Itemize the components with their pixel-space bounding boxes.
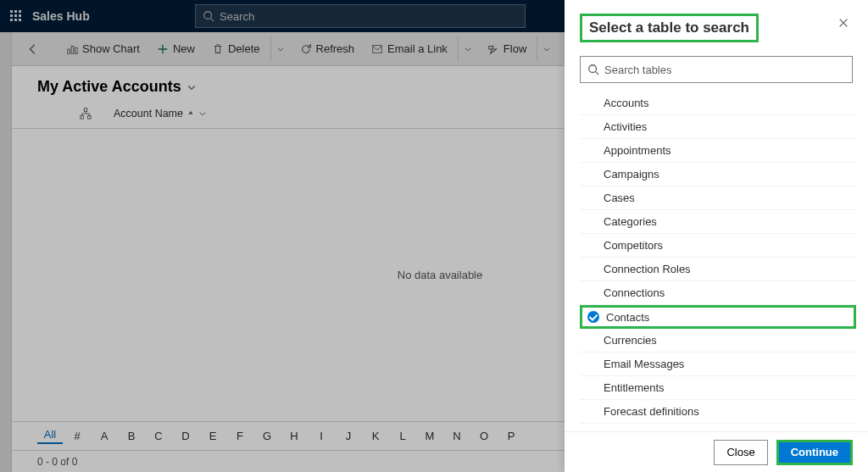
table-option-accounts[interactable]: Accounts — [580, 92, 856, 115]
table-option-label: Campaigns — [604, 168, 659, 180]
panel-footer: Close Continue — [565, 431, 868, 472]
chevron-down-icon — [198, 109, 207, 118]
alpha-E[interactable]: E — [200, 430, 225, 442]
table-option-label: Connection Roles — [604, 263, 691, 275]
table-option-label: Entitlements — [604, 381, 665, 394]
table-option-categories[interactable]: Categories — [580, 210, 856, 234]
show-chart-label: Show Chart — [82, 42, 140, 55]
table-option-appointments[interactable]: Appointments — [580, 139, 856, 163]
table-list[interactable]: AccountsActivitiesAppointmentsCampaignsC… — [580, 92, 861, 431]
alpha-M[interactable]: M — [417, 430, 442, 442]
chevron-down-icon — [464, 45, 472, 53]
chevron-down-icon — [542, 45, 551, 53]
chevron-down-icon — [186, 82, 197, 92]
delete-button[interactable]: Delete — [205, 36, 267, 63]
svg-point-0 — [204, 12, 212, 19]
alpha-H[interactable]: H — [281, 430, 307, 442]
email-link-button[interactable]: Email a Link — [364, 36, 454, 63]
svg-line-15 — [596, 72, 599, 75]
column-account-name[interactable]: Account Name — [114, 108, 614, 119]
app-title: Sales Hub — [32, 9, 90, 23]
table-option-label: Email Messages — [604, 358, 684, 370]
view-title-dropdown[interactable]: My Active Accounts — [37, 78, 197, 96]
view-title-text: My Active Accounts — [37, 78, 181, 96]
svg-rect-9 — [84, 108, 87, 112]
refresh-button[interactable]: Refresh — [293, 36, 362, 63]
table-option-connection-roles[interactable]: Connection Roles — [580, 258, 856, 281]
table-option-forecast-definitions[interactable]: Forecast definitions — [580, 400, 856, 424]
left-rail — [0, 32, 12, 472]
alpha-K[interactable]: K — [363, 430, 388, 442]
chart-icon — [66, 43, 78, 55]
alpha-L[interactable]: L — [390, 430, 415, 442]
table-option-competitors[interactable]: Competitors — [580, 234, 856, 258]
lookup-panel: Select a table to search Search tables A… — [565, 0, 868, 472]
alpha-F[interactable]: F — [227, 430, 253, 442]
search-icon — [587, 64, 599, 75]
table-option-label: Appointments — [604, 144, 671, 157]
flow-button[interactable]: Flow — [481, 36, 533, 63]
table-search-input[interactable]: Search tables — [580, 56, 853, 83]
alpha-I[interactable]: I — [309, 430, 334, 442]
flow-icon — [487, 43, 499, 55]
table-option-activities[interactable]: Activities — [580, 115, 856, 139]
global-search-input[interactable]: Search — [195, 4, 526, 28]
empty-state-text: No data available — [398, 269, 482, 281]
table-option-contacts[interactable]: Contacts — [580, 305, 856, 329]
svg-rect-3 — [71, 46, 74, 53]
alpha-O[interactable]: O — [471, 430, 497, 442]
table-option-label: Activities — [604, 120, 647, 133]
delete-split-chevron[interactable] — [270, 37, 290, 61]
new-button[interactable]: New — [150, 36, 202, 63]
alpha-D[interactable]: D — [173, 430, 198, 442]
table-option-currencies[interactable]: Currencies — [580, 329, 856, 353]
alpha-#[interactable]: # — [64, 430, 90, 442]
svg-line-1 — [211, 19, 214, 22]
alpha-C[interactable]: C — [146, 430, 171, 442]
table-option--[interactable]: - — [580, 424, 856, 431]
refresh-label: Refresh — [316, 42, 355, 55]
close-button[interactable]: Close — [714, 440, 767, 465]
svg-point-14 — [589, 65, 597, 73]
delete-label: Delete — [228, 42, 260, 55]
alpha-all[interactable]: All — [37, 428, 63, 444]
svg-rect-5 — [373, 45, 382, 53]
email-link-split-chevron[interactable] — [458, 37, 477, 61]
show-chart-button[interactable]: Show Chart — [59, 36, 147, 63]
alpha-N[interactable]: N — [444, 430, 470, 442]
table-option-label: Accounts — [604, 97, 648, 109]
alpha-G[interactable]: G — [254, 430, 280, 442]
close-panel-button[interactable] — [834, 14, 853, 36]
back-button[interactable] — [20, 36, 46, 63]
svg-rect-4 — [75, 47, 78, 53]
table-option-label: Forecast definitions — [604, 405, 699, 418]
svg-rect-10 — [81, 116, 84, 119]
table-search-placeholder: Search tables — [604, 64, 672, 76]
table-option-label: Cases — [604, 192, 635, 204]
table-option-campaigns[interactable]: Campaigns — [580, 163, 856, 186]
hierarchy-column[interactable] — [80, 108, 97, 119]
hierarchy-icon — [80, 108, 92, 119]
record-count: 0 - 0 of 0 — [37, 456, 77, 468]
chevron-down-icon — [276, 45, 285, 53]
continue-button[interactable]: Continue — [776, 440, 853, 465]
alpha-P[interactable]: P — [498, 430, 524, 442]
alpha-A[interactable]: A — [92, 430, 117, 442]
alpha-B[interactable]: B — [119, 430, 144, 442]
table-option-email-messages[interactable]: Email Messages — [580, 353, 856, 376]
flow-split-chevron[interactable] — [537, 37, 556, 61]
svg-rect-11 — [88, 116, 92, 119]
sort-up-icon — [186, 109, 195, 118]
table-option-label: Contacts — [606, 311, 649, 324]
email-link-label: Email a Link — [387, 42, 448, 55]
table-option-connections[interactable]: Connections — [580, 281, 856, 305]
table-option-entitlements[interactable]: Entitlements — [580, 376, 856, 400]
alpha-J[interactable]: J — [336, 430, 361, 442]
app-launcher-icon[interactable] — [10, 10, 22, 22]
table-option-label: Categories — [604, 215, 657, 228]
check-icon — [587, 311, 599, 323]
trash-icon — [212, 43, 224, 55]
table-option-cases[interactable]: Cases — [580, 186, 856, 210]
refresh-icon — [300, 43, 312, 55]
svg-rect-2 — [68, 49, 70, 53]
